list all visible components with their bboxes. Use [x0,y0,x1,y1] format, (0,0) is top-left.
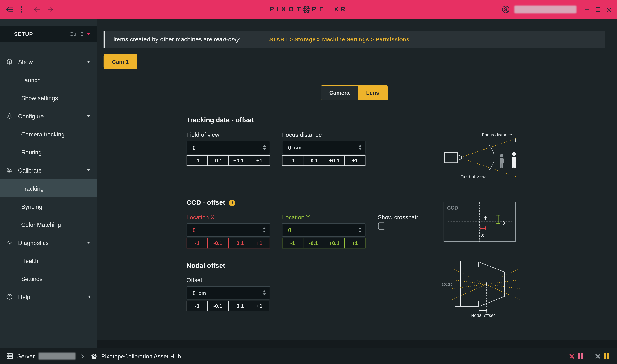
focus-distance-input[interactable]: 0 cm [282,141,366,154]
mode-selector[interactable]: SETUP Ctrl+2 [0,26,97,42]
cam1-tab[interactable]: Cam 1 [104,54,137,69]
step-plus-1-button[interactable]: +1 [344,155,366,166]
show-crosshair-checkbox[interactable] [378,222,385,229]
step-minus-1-button[interactable]: -1 [187,155,208,166]
server-icon[interactable] [6,353,13,360]
sidebar-item-routing[interactable]: Routing [0,143,97,161]
location-y-label: Location Y [282,214,310,221]
sidebar-item-label: Camera tracking [21,131,65,137]
step-minus-01-button[interactable]: -0.1 [207,238,228,248]
sidebar-item-camera-tracking[interactable]: Camera tracking [0,125,97,143]
step-plus-1-button[interactable]: +1 [249,238,270,248]
breadcrumb[interactable]: START > Storage > Machine Settings > Per… [269,36,409,42]
location-x-input[interactable]: 0 [187,223,270,237]
logo-text-right: PE [312,5,326,13]
sidebar-group-label: Diagnostics [18,239,87,246]
sidebar-group-configure[interactable]: Configure [0,107,97,125]
sidebar-item-tracking[interactable]: Tracking [0,179,97,197]
statusbar: Server PixotopeCalibration Asset Hub [0,348,617,364]
field-of-view-label: Field of view [187,131,219,138]
step-plus-1-button[interactable]: +1 [249,155,270,166]
sidebar-item-label: Color Matching [21,221,61,228]
maximize-button[interactable] [595,7,601,12]
step-plus-1-button[interactable]: +1 [249,301,270,312]
asset-hub-label[interactable]: PixotopeCalibration Asset Hub [101,353,181,359]
sidebar-item-label: Tracking [21,185,44,192]
back-arrow-icon[interactable] [33,6,41,13]
atom-icon [302,5,311,14]
stop-session-gray-icon[interactable] [595,353,601,359]
mode-label: SETUP [14,31,33,37]
sidebar-group-help[interactable]: ? Help [0,288,97,306]
step-minus-1-button[interactable]: -1 [282,155,303,166]
step-plus-01-button[interactable]: +0.1 [228,238,249,248]
step-minus-01-button[interactable]: -0.1 [207,155,228,166]
chevron-right-icon [81,353,84,359]
location-y-input[interactable]: 0 [282,223,366,237]
step-minus-1-button[interactable]: -1 [187,301,208,312]
step-plus-01-button[interactable]: +0.1 [228,155,249,166]
step-minus-01-button[interactable]: -0.1 [303,238,324,248]
step-minus-01-button[interactable]: -0.1 [303,155,324,166]
sidebar-item-show-settings[interactable]: Show settings [0,89,97,107]
nodal-offset-input[interactable]: 0 cm [187,286,270,299]
pause-pink-icon[interactable] [578,353,583,359]
sidebar-group-show[interactable]: Show [0,53,97,71]
sidebar-item-launch[interactable]: Launch [0,71,97,89]
sidebar-menu: Show Launch Show settings Configure [0,53,97,306]
field-of-view-input[interactable]: 0 ° [187,141,270,154]
sidebar-item-label: Routing [21,149,41,156]
ccd-offset-diagram: CCD y x [443,201,517,243]
svg-text:Nodal offset: Nodal offset [471,313,495,318]
svg-text:CCD: CCD [447,205,458,211]
sidebar-group-diagnostics[interactable]: Diagnostics [0,234,97,251]
step-plus-01-button[interactable]: +0.1 [228,301,249,312]
close-button[interactable] [606,7,612,12]
person-white-icon [512,152,516,168]
sidebar-collapse-icon[interactable] [5,6,14,13]
location-y-field: 0 -1 -0.1 +0.1 +1 [282,223,366,249]
step-plus-01-button[interactable]: +0.1 [324,155,345,166]
stepper-arrows[interactable] [263,290,266,296]
sidebar-item-label: Settings [21,275,42,282]
sidebar-group-calibrate[interactable]: Calibrate [0,161,97,179]
step-buttons: -1 -0.1 +0.1 +1 [282,155,366,166]
gear-icon [6,112,13,119]
step-minus-01-button[interactable]: -0.1 [207,301,228,312]
server-label[interactable]: Server [17,353,35,359]
tab-lens[interactable]: Lens [358,86,387,100]
server-name-redacted [39,353,76,360]
unit-label: ° [199,144,201,150]
stepper-arrows[interactable] [358,145,362,150]
step-plus-01-button[interactable]: +0.1 [324,238,345,248]
sidebar-item-settings[interactable]: Settings [0,270,97,288]
sidebar-item-label: Health [21,257,38,264]
forward-arrow-icon[interactable] [47,6,54,13]
stepper-arrows[interactable] [358,227,362,233]
stepper-arrows[interactable] [263,227,266,233]
kebab-menu-icon[interactable] [20,6,22,13]
tab-camera[interactable]: Camera [321,86,358,100]
info-icon[interactable]: i [229,200,235,206]
sidebar-item-color-matching[interactable]: Color Matching [0,215,97,234]
svg-text:x: x [481,232,484,238]
step-buttons: -1 -0.1 +0.1 +1 [187,155,270,166]
chevron-left-icon [88,295,90,299]
stop-session-red-icon[interactable] [569,353,575,359]
chevron-down-icon [87,61,90,63]
pause-yellow-icon[interactable] [604,353,609,359]
step-buttons: -1 -0.1 +0.1 +1 [187,301,270,312]
chevron-down-icon [87,33,90,35]
sidebar-item-syncing[interactable]: Syncing [0,197,97,215]
svg-text:CCD: CCD [441,282,452,287]
readonly-banner: Items created by other machines areread-… [104,31,605,48]
chevron-down-icon [87,115,90,117]
step-minus-1-button[interactable]: -1 [187,238,208,248]
minimize-button[interactable] [584,7,590,12]
offset-label: Offset [187,277,202,283]
step-minus-1-button[interactable]: -1 [282,238,303,248]
stepper-arrows[interactable] [263,145,266,150]
step-plus-1-button[interactable]: +1 [344,238,366,248]
user-account-icon[interactable] [502,5,509,13]
sidebar-item-health[interactable]: Health [0,252,97,270]
